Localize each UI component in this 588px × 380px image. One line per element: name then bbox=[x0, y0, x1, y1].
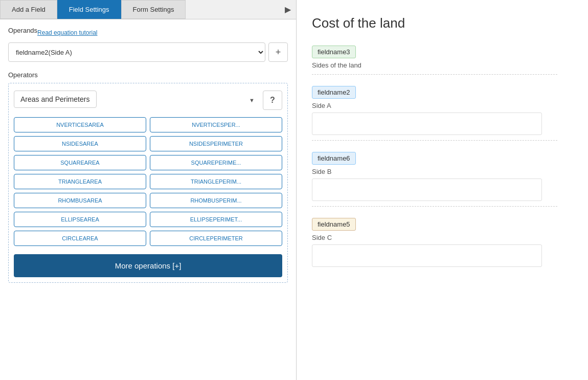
operators-box: Areas and Perimeters ? NVERTICESAREANVER… bbox=[8, 83, 288, 283]
tab-add-field[interactable]: Add a Field bbox=[0, 0, 57, 19]
field-block-fieldname2: fieldname2Side A bbox=[312, 86, 573, 141]
operand-select[interactable]: fieldname2(Side A) bbox=[8, 42, 265, 62]
operands-section: Operands Read equation tutorial fieldnam… bbox=[8, 27, 288, 62]
operand-add-button[interactable]: + bbox=[268, 42, 288, 62]
field-tag-fieldname6: fieldname6 bbox=[312, 152, 356, 165]
op-btn-ellipsearea[interactable]: ELLIPSEAREA bbox=[14, 212, 146, 227]
operator-select-wrapper: Areas and Perimeters bbox=[14, 91, 260, 110]
op-btn-nsidesarea[interactable]: NSIDESAREA bbox=[14, 136, 146, 151]
field-block-fieldname5: fieldname5Side C bbox=[312, 218, 573, 267]
op-btn-circleperimeter[interactable]: CIRCLEPERIMETER bbox=[150, 231, 282, 246]
operator-dropdown-row: Areas and Perimeters ? bbox=[14, 91, 282, 110]
op-btn-squarearea[interactable]: SQUAREAREA bbox=[14, 155, 146, 170]
op-btn-nsidesperimeter[interactable]: NSIDESPERIMETER bbox=[150, 136, 282, 151]
right-panel: Cost of the land fieldname3Sides of the … bbox=[297, 0, 588, 380]
field-label-fieldname2: Side A bbox=[312, 102, 573, 109]
more-operations-button[interactable]: More operations [+] bbox=[14, 254, 282, 277]
operands-label: Operands bbox=[8, 27, 37, 34]
op-btn-rhombusperi[interactable]: RHOMBUSPERIM... bbox=[150, 193, 282, 208]
field-block-fieldname6: fieldname6Side B bbox=[312, 152, 573, 207]
op-btn-nverticesarea[interactable]: NVERTICESAREA bbox=[14, 117, 146, 132]
operators-section: Operators Areas and Perimeters ? NVERTIC… bbox=[8, 71, 288, 283]
tab-form-settings[interactable]: Form Settings bbox=[121, 0, 186, 19]
page-title: Cost of the land bbox=[312, 15, 573, 31]
field-input-fieldname2[interactable] bbox=[312, 113, 542, 135]
right-fields: fieldname3Sides of the landfieldname2Sid… bbox=[312, 46, 573, 267]
field-divider-fieldname3 bbox=[312, 74, 557, 75]
field-input-fieldname6[interactable] bbox=[312, 178, 542, 201]
field-divider-fieldname2 bbox=[312, 140, 557, 141]
field-label-fieldname5: Side C bbox=[312, 234, 573, 241]
operator-select[interactable]: Areas and Perimeters bbox=[14, 91, 97, 108]
field-tag-fieldname3: fieldname3 bbox=[312, 46, 356, 58]
op-btn-trianglearea[interactable]: TRIANGLEAREA bbox=[14, 174, 146, 189]
field-divider-fieldname6 bbox=[312, 206, 557, 207]
operators-label: Operators bbox=[8, 71, 288, 79]
operations-grid: NVERTICESAREANVERTICESPER...NSIDESAREANS… bbox=[14, 117, 282, 246]
op-btn-nverticesperi[interactable]: NVERTICESPER... bbox=[150, 117, 282, 132]
op-btn-squareperi[interactable]: SQUAREPERIME... bbox=[150, 155, 282, 170]
field-label-fieldname3: Sides of the land bbox=[312, 61, 573, 69]
left-panel: Add a Field Field Settings Form Settings… bbox=[0, 0, 297, 380]
op-btn-ellipseperi[interactable]: ELLIPSEPERIMET... bbox=[150, 212, 282, 227]
read-equation-link[interactable]: Read equation tutorial bbox=[37, 29, 97, 36]
op-btn-circlearea[interactable]: CIRCLEAREA bbox=[14, 231, 146, 246]
field-tag-fieldname5: fieldname5 bbox=[312, 218, 356, 231]
operand-row: fieldname2(Side A) + bbox=[8, 42, 288, 62]
tab-bar: Add a Field Field Settings Form Settings… bbox=[0, 0, 296, 19]
field-label-fieldname6: Side B bbox=[312, 168, 573, 175]
tab-field-settings[interactable]: Field Settings bbox=[57, 0, 121, 19]
field-tag-fieldname2: fieldname2 bbox=[312, 86, 356, 99]
tab-arrow[interactable]: ▶ bbox=[280, 1, 296, 18]
op-btn-rhombusarea[interactable]: RHOMBUSAREA bbox=[14, 193, 146, 208]
field-block-fieldname3: fieldname3Sides of the land bbox=[312, 46, 573, 75]
help-button[interactable]: ? bbox=[263, 91, 282, 110]
field-input-fieldname5[interactable] bbox=[312, 244, 542, 267]
op-btn-triangleperi[interactable]: TRIANGLEPERIM... bbox=[150, 174, 282, 189]
left-content: Operands Read equation tutorial fieldnam… bbox=[0, 19, 296, 380]
